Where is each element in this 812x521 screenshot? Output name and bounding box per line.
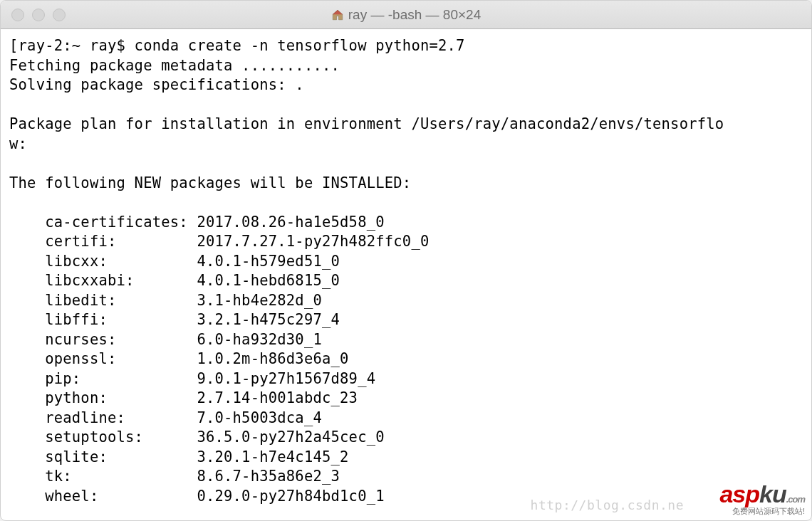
minimize-button[interactable]	[32, 9, 45, 21]
watermark-com: .com	[786, 494, 805, 505]
watermark-url: http://blog.csdn.ne	[531, 498, 684, 512]
watermark-sub: 免费网站源码下载站!	[719, 507, 805, 515]
titlebar[interactable]: ray — -bash — 80×24	[1, 1, 811, 29]
watermark-asp: asp	[719, 480, 759, 507]
watermark-ku: ku	[759, 480, 786, 507]
maximize-button[interactable]	[53, 9, 66, 21]
close-button[interactable]	[11, 9, 24, 21]
traffic-lights	[1, 9, 66, 21]
terminal-content[interactable]: [ray-2:~ ray$ conda create -n tensorflow…	[1, 29, 811, 520]
watermark-logo: aspku.com 免费网站源码下载站!	[719, 482, 805, 515]
window-title-text: ray — -bash — 80×24	[348, 7, 481, 23]
home-icon	[331, 9, 344, 21]
watermark-main: aspku.com	[719, 482, 805, 506]
window-title: ray — -bash — 80×24	[1, 7, 811, 23]
terminal-window: ray — -bash — 80×24 [ray-2:~ ray$ conda …	[0, 0, 812, 521]
